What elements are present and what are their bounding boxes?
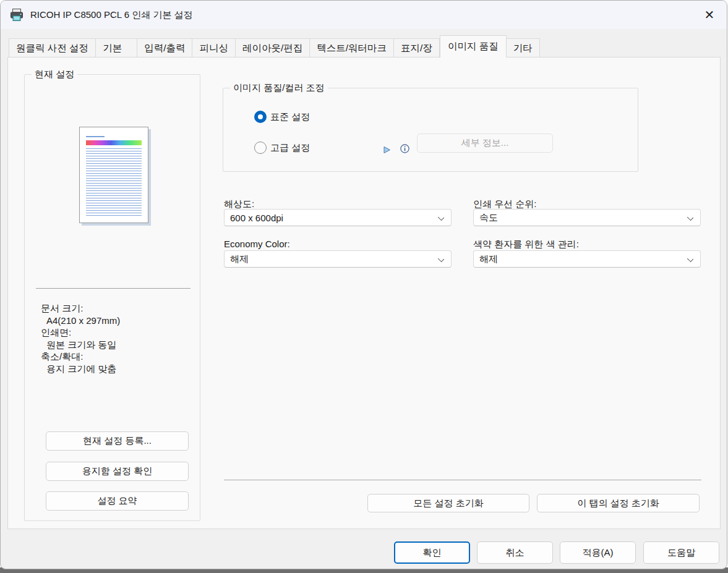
reset-tab-settings-button[interactable]: 이 탭의 설정 초기화 — [537, 494, 700, 512]
image-quality-color-group: 이미지 품질/컬러 조정 표준 설정 고급 설정 — [223, 88, 638, 172]
print-side-label: 인쇄면: — [41, 326, 120, 339]
apply-button[interactable]: 적용(A) — [560, 541, 636, 564]
radio-selected-icon[interactable] — [254, 111, 267, 123]
preview-text-lines — [86, 148, 142, 218]
colorblind-management-value: 해제 — [479, 253, 498, 265]
economy-color-label: Economy Color: — [224, 239, 290, 249]
standard-settings-label: 표준 설정 — [270, 111, 310, 123]
current-settings-group: 현재 설정 문서 크기: A4(210 x 297mm) 인쇄면: 원본 크기와… — [24, 74, 200, 521]
economy-color-value: 해제 — [230, 253, 249, 265]
tab-text-watermark[interactable]: 텍스트/워터마크 — [310, 38, 394, 57]
print-priority-value: 속도 — [479, 212, 498, 224]
tab-input-output[interactable]: 입력/출력 — [137, 38, 192, 57]
tab-layout-edit[interactable]: 레이아웃/편집 — [236, 38, 310, 57]
details-button-disabled[interactable]: 세부 정보... — [417, 134, 553, 153]
document-preview-thumbnail — [79, 127, 148, 223]
tab-basic[interactable]: 기본 — [96, 38, 137, 57]
tab-image-quality[interactable]: 이미지 품질 — [440, 35, 507, 57]
chevron-down-icon — [438, 214, 444, 221]
printer-preferences-dialog: RICOH IP C8500 PCL 6 인쇄 기본 설정 ✕ 원클릭 사전 설… — [0, 0, 727, 569]
scale-label: 축소/확대: — [41, 350, 120, 363]
chevron-down-icon — [687, 256, 693, 262]
window-title: RICOH IP C8500 PCL 6 인쇄 기본 설정 — [30, 9, 193, 21]
doc-size-value: A4(210 x 297mm) — [41, 315, 120, 327]
current-settings-title: 현재 설정 — [32, 69, 77, 80]
print-side-value: 원본 크기와 동일 — [41, 339, 120, 351]
reset-divider — [224, 480, 701, 480]
play-triangle-icon — [383, 145, 391, 153]
tab-finishing[interactable]: 피니싱 — [192, 38, 236, 57]
image-quality-color-title: 이미지 품질/컬러 조정 — [230, 82, 328, 94]
tab-strip: 원클릭 사전 설정 기본 입력/출력 피니싱 레이아웃/편집 텍스트/워터마크 … — [9, 38, 540, 57]
help-button[interactable]: 도움말 — [643, 541, 719, 564]
check-tray-settings-button[interactable]: 용지함 설정 확인 — [46, 462, 189, 481]
preview-rainbow-bar — [86, 140, 142, 145]
print-priority-dropdown[interactable]: 속도 — [473, 209, 701, 226]
doc-size-label: 문서 크기: — [41, 302, 120, 315]
cancel-button[interactable]: 취소 — [477, 541, 553, 564]
resolution-dropdown[interactable]: 600 x 600dpi — [224, 209, 452, 226]
economy-color-dropdown[interactable]: 해제 — [224, 250, 452, 268]
register-current-settings-button[interactable]: 현재 설정 등록... — [46, 431, 189, 451]
document-info: 문서 크기: A4(210 x 297mm) 인쇄면: 원본 크기와 동일 축소… — [41, 302, 120, 375]
radio-unselected-icon[interactable] — [254, 142, 267, 154]
info-icon — [400, 144, 409, 153]
printer-icon — [9, 7, 24, 22]
scale-value: 용지 크기에 맞춤 — [41, 363, 120, 375]
titlebar: RICOH IP C8500 PCL 6 인쇄 기본 설정 ✕ — [1, 1, 727, 29]
ok-button[interactable]: 확인 — [394, 541, 470, 564]
reset-all-settings-button[interactable]: 모든 설정 초기화 — [367, 494, 529, 512]
colorblind-management-label: 색약 환자를 위한 색 관리: — [473, 239, 579, 250]
close-button[interactable]: ✕ — [701, 7, 718, 23]
standard-settings-radio[interactable]: 표준 설정 — [254, 111, 310, 123]
left-panel-divider — [36, 288, 191, 289]
image-quality-tab-page: 현재 설정 문서 크기: A4(210 x 297mm) 인쇄면: 원본 크기와… — [7, 57, 721, 529]
chevron-down-icon — [687, 214, 693, 221]
chevron-down-icon — [438, 256, 444, 262]
settings-summary-button[interactable]: 설정 요약 — [46, 491, 189, 511]
tab-cover-sheet[interactable]: 표지/장 — [394, 38, 440, 57]
colorblind-management-dropdown[interactable]: 해제 — [473, 250, 701, 268]
resolution-value: 600 x 600dpi — [230, 213, 283, 223]
preview-heading-line — [86, 136, 105, 137]
advanced-settings-label: 고급 설정 — [270, 142, 310, 154]
tab-other[interactable]: 기타 — [507, 38, 540, 57]
tab-one-click-presets[interactable]: 원클릭 사전 설정 — [9, 38, 96, 57]
advanced-settings-radio[interactable]: 고급 설정 — [254, 142, 310, 154]
